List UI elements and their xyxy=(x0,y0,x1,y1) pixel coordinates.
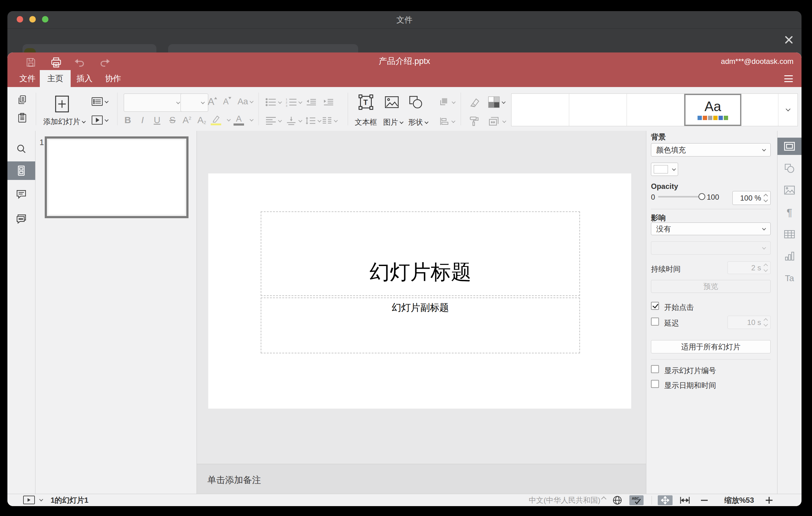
start-slideshow-status-icon[interactable] xyxy=(23,496,35,504)
copy-icon[interactable] xyxy=(15,93,30,107)
zoom-in-icon[interactable] xyxy=(764,496,774,504)
numbered-list-button[interactable]: 123 xyxy=(284,95,303,109)
subscript-button[interactable]: A2 xyxy=(194,113,209,127)
bold-button[interactable]: B xyxy=(121,113,135,127)
decrease-font-size-button[interactable]: A xyxy=(220,94,234,109)
notes-area[interactable]: 单击添加备注 xyxy=(197,464,646,494)
add-slide-button[interactable]: 添加幻灯片 xyxy=(41,117,88,126)
slide[interactable]: 幻灯片标题 幻灯片副标题 xyxy=(208,173,631,409)
copy-style-icon[interactable] xyxy=(468,114,481,128)
traffic-light-minimize[interactable] xyxy=(29,16,36,23)
font-size-select[interactable] xyxy=(180,93,208,112)
change-case-button[interactable]: Aa xyxy=(235,94,256,109)
underline-button[interactable]: U xyxy=(150,113,164,127)
language-selector[interactable]: 中文(中华人民共和国) xyxy=(529,494,600,506)
fit-to-width-icon[interactable] xyxy=(679,496,691,505)
slide-size-button[interactable] xyxy=(486,114,508,128)
text-box-icon[interactable]: T xyxy=(357,93,375,111)
delay-spinner[interactable]: 10 s xyxy=(727,316,771,329)
preview-button[interactable]: 预览 xyxy=(651,280,771,293)
tab-collaboration[interactable]: 协作 xyxy=(98,70,128,87)
transition-variant-select[interactable] xyxy=(651,241,771,255)
comments-icon[interactable] xyxy=(7,185,35,204)
font-color-button[interactable]: A xyxy=(231,112,246,128)
title-placeholder[interactable]: 幻灯片标题 xyxy=(261,211,580,296)
traffic-light-zoom[interactable] xyxy=(42,16,49,23)
increase-font-size-button[interactable]: A xyxy=(205,94,220,109)
shape-icon[interactable] xyxy=(408,94,424,110)
theme-option[interactable] xyxy=(569,94,627,126)
decrease-indent-icon[interactable] xyxy=(304,95,318,109)
add-slide-icon[interactable] xyxy=(54,95,70,113)
background-color-swatch[interactable] xyxy=(651,163,678,176)
font-name-select[interactable] xyxy=(124,93,183,112)
theme-option-selected[interactable]: Aa xyxy=(684,94,741,126)
spinner-arrows-icon xyxy=(764,264,767,271)
arrange-shape-button[interactable] xyxy=(437,95,457,109)
chevron-down-icon[interactable] xyxy=(39,497,43,501)
spell-check-icon[interactable]: ABC xyxy=(629,495,643,505)
chart-settings-icon[interactable] xyxy=(778,248,802,265)
opacity-slider[interactable] xyxy=(658,196,702,198)
table-settings-icon[interactable] xyxy=(778,226,802,243)
spinner-arrows-icon[interactable] xyxy=(764,194,767,202)
chevron-down-icon[interactable] xyxy=(227,118,231,122)
subtitle-placeholder[interactable]: 幻灯片副标题 xyxy=(261,297,580,353)
tab-home[interactable]: 主页 xyxy=(40,70,71,87)
traffic-light-close[interactable] xyxy=(17,16,23,23)
superscript-button[interactable]: A2 xyxy=(179,113,194,127)
slide-title-text[interactable]: 幻灯片标题 xyxy=(261,258,579,286)
paste-icon[interactable] xyxy=(15,111,30,125)
strikethrough-button[interactable]: S xyxy=(165,113,179,127)
search-icon[interactable] xyxy=(7,140,35,158)
increase-indent-icon[interactable] xyxy=(321,95,336,109)
shape-fill-button[interactable] xyxy=(486,95,507,109)
bullet-list-button[interactable] xyxy=(263,95,283,109)
close-icon[interactable] xyxy=(784,35,793,45)
delay-checkbox[interactable] xyxy=(651,318,659,325)
background-fill-select[interactable]: 颜色填充 xyxy=(651,143,771,156)
tab-file[interactable]: 文件 xyxy=(15,70,40,87)
italic-label: I xyxy=(141,115,144,125)
theme-gallery-expand-button[interactable] xyxy=(778,94,798,126)
paragraph-settings-icon[interactable]: ¶ xyxy=(778,204,802,221)
eraser-icon[interactable] xyxy=(467,95,481,109)
horizontal-align-button[interactable] xyxy=(263,114,283,128)
chevron-down-icon[interactable] xyxy=(250,118,254,122)
columns-button[interactable] xyxy=(318,114,341,128)
image-settings-icon[interactable] xyxy=(778,181,802,199)
theme-option[interactable] xyxy=(512,94,569,126)
menu-icon[interactable] xyxy=(784,75,793,82)
slide-layout-button[interactable] xyxy=(89,94,110,109)
opacity-slider-thumb[interactable] xyxy=(698,193,705,200)
theme-option[interactable] xyxy=(627,94,684,126)
theme-option[interactable] xyxy=(741,94,778,126)
show-date-time-checkbox[interactable] xyxy=(651,380,659,388)
slide-thumbnail-selected[interactable] xyxy=(45,136,188,218)
slides-panel-icon[interactable] xyxy=(7,162,35,180)
opacity-value-spinner[interactable]: 100 % xyxy=(732,191,771,205)
tab-insert[interactable]: 插入 xyxy=(71,70,98,87)
transition-effect-select[interactable]: 没有 xyxy=(651,223,771,235)
vertical-align-button[interactable] xyxy=(284,114,303,128)
shape-button[interactable]: 形状 xyxy=(400,117,436,127)
text-art-settings-icon[interactable]: Ta xyxy=(778,270,802,287)
zoom-out-icon[interactable] xyxy=(699,496,709,504)
start-slideshow-button[interactable] xyxy=(89,113,110,127)
shape-settings-icon[interactable] xyxy=(778,160,802,177)
slide-subtitle-text[interactable]: 幻灯片副标题 xyxy=(261,301,579,314)
align-shape-button[interactable] xyxy=(437,114,457,128)
show-slide-number-checkbox[interactable] xyxy=(651,365,659,373)
italic-button[interactable]: I xyxy=(136,113,150,127)
fit-to-slide-icon[interactable] xyxy=(658,495,672,505)
highlight-color-button[interactable] xyxy=(208,112,223,128)
chevron-down-icon xyxy=(250,99,254,103)
start-on-click-checkbox[interactable] xyxy=(651,302,659,310)
subscript-label: A xyxy=(198,115,204,125)
image-icon[interactable] xyxy=(384,94,400,110)
duration-spinner[interactable]: 2 s xyxy=(727,261,771,274)
chat-icon[interactable] xyxy=(7,209,35,228)
slide-settings-icon[interactable] xyxy=(778,138,802,155)
apply-to-all-slides-button[interactable]: 适用于所有幻灯片 xyxy=(651,340,771,353)
document-language-icon[interactable] xyxy=(611,495,623,506)
